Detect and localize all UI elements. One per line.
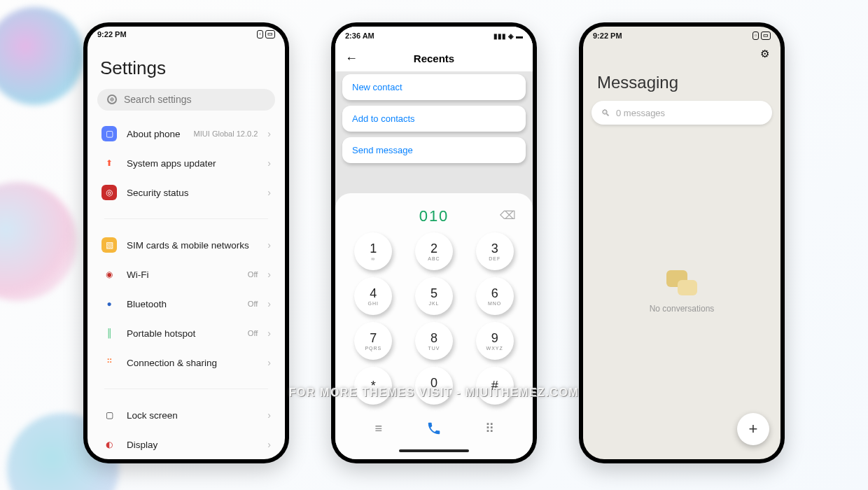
item-label: SIM cards & mobile networks [127, 240, 258, 251]
updater-icon: ⬆ [102, 155, 117, 171]
item-connection-sharing[interactable]: ⠛ Connection & sharing › [92, 348, 281, 377]
item-label: Security status [127, 188, 258, 198]
status-bar: 9:22 PM ▫ ▭ [88, 27, 285, 42]
chevron-right-icon: › [267, 158, 271, 169]
about-icon: ▢ [102, 126, 117, 141]
chevron-right-icon: › [267, 357, 271, 368]
search-input[interactable]: Search settings [97, 89, 275, 111]
action-add-to-contacts[interactable]: Add to contacts [342, 106, 526, 132]
status-icons: ▫ ▭ [752, 31, 771, 40]
page-title: Messaging [583, 63, 780, 101]
key-star[interactable]: * [354, 367, 392, 405]
chevron-right-icon: › [267, 410, 271, 421]
key-7[interactable]: 7PQRS [354, 322, 392, 360]
item-label: Portable hotspot [127, 328, 238, 339]
header-title: Recents [414, 52, 454, 64]
settings-list: ▢ About phone MIUI Global 12.0.2 › ⬆ Sys… [88, 119, 285, 459]
phone-messaging: 9:22 PM ▫ ▭ ⚙ Messaging 🔍︎ 0 messages No [579, 22, 785, 463]
chevron-right-icon: › [267, 239, 271, 251]
chevron-right-icon: › [267, 328, 271, 339]
wifi-icon: ◈ [508, 32, 514, 40]
home-indicator[interactable] [399, 449, 469, 452]
search-input[interactable]: 🔍︎ 0 messages [592, 101, 772, 125]
item-system-apps-updater[interactable]: ⬆ System apps updater › [92, 148, 281, 178]
item-meta: Off [248, 270, 258, 279]
compose-button[interactable]: + [737, 413, 769, 445]
header: ← Recents [335, 45, 533, 71]
call-button[interactable] [419, 413, 449, 444]
search-placeholder: Search settings [124, 94, 192, 105]
battery-icon: ▬ [516, 32, 523, 40]
search-icon [107, 94, 117, 104]
chevron-right-icon: › [267, 439, 271, 450]
empty-text: No conversations [650, 304, 715, 314]
key-4[interactable]: 4GHI [354, 277, 392, 315]
chevron-right-icon: › [267, 269, 271, 280]
sharing-icon: ⠛ [102, 355, 117, 370]
signal-icon: ▮▮▮ [493, 32, 506, 40]
status-time: 9:22 PM [97, 30, 127, 38]
item-meta: Off [248, 300, 258, 308]
item-lock-screen[interactable]: ▢ Lock screen › [92, 400, 281, 430]
battery-icon: ▭ [265, 30, 275, 38]
key-1[interactable]: 1∞ [354, 232, 392, 270]
status-icons: ▫ ▭ [257, 30, 275, 38]
item-bluetooth[interactable]: ● Bluetooth Off › [92, 289, 281, 318]
chevron-right-icon: › [267, 128, 271, 139]
sim-icon: ▧ [102, 237, 117, 253]
chevron-right-icon: › [267, 298, 271, 309]
item-label: System apps updater [127, 158, 258, 169]
chevron-right-icon: › [267, 187, 271, 198]
item-display[interactable]: ◐ Display › [92, 430, 281, 459]
sim-icon: ▫ [257, 30, 263, 38]
item-label: About phone [127, 129, 184, 139]
item-security-status[interactable]: ◎ Security status › [92, 178, 281, 207]
item-wifi[interactable]: ◉ Wi-Fi Off › [92, 260, 281, 289]
key-3[interactable]: 3DEF [476, 232, 514, 270]
hotspot-icon: ║ [102, 326, 117, 341]
item-about-phone[interactable]: ▢ About phone MIUI Global 12.0.2 › [92, 119, 281, 148]
item-meta: Off [248, 329, 258, 337]
key-8[interactable]: 8TUV [415, 322, 453, 360]
backspace-button[interactable]: ⌫ [500, 209, 516, 222]
item-label: Bluetooth [127, 299, 238, 309]
back-button[interactable]: ← [345, 51, 358, 66]
key-0[interactable]: 0+ [415, 367, 453, 405]
status-bar: 9:22 PM ▫ ▭ [583, 27, 780, 45]
settings-button[interactable]: ⚙ [760, 48, 769, 60]
chat-icon [666, 270, 697, 295]
item-sim-cards[interactable]: ▧ SIM cards & mobile networks › [92, 230, 281, 260]
key-6[interactable]: 6MNO [476, 277, 514, 315]
key-5[interactable]: 5JKL [415, 277, 453, 315]
action-new-contact[interactable]: New contact [342, 74, 526, 100]
dial-number: 010 [419, 207, 449, 225]
key-9[interactable]: 9WXYZ [476, 322, 514, 360]
item-hotspot[interactable]: ║ Portable hotspot Off › [92, 318, 281, 348]
item-meta: MIUI Global 12.0.2 [194, 130, 258, 138]
action-send-message[interactable]: Send message [342, 137, 526, 163]
wifi-icon: ◉ [102, 267, 117, 282]
menu-icon[interactable]: ≡ [363, 421, 394, 436]
status-time: 2:36 AM [345, 31, 374, 40]
dial-display: 010 ⌫ [345, 203, 523, 232]
key-hash[interactable]: # [476, 367, 514, 405]
search-placeholder: 0 messages [616, 108, 665, 118]
key-2[interactable]: 2ABC [415, 232, 453, 270]
status-icons: ▮▮▮ ◈ ▬ [493, 32, 523, 40]
item-label: Lock screen [127, 410, 258, 421]
search-icon: 🔍︎ [601, 108, 610, 118]
lock-icon: ▢ [102, 407, 117, 423]
item-label: Connection & sharing [127, 358, 258, 368]
security-icon: ◎ [102, 185, 117, 200]
phone-settings: 9:22 PM ▫ ▭ Settings Search settings ▢ A… [83, 22, 289, 463]
display-icon: ◐ [102, 437, 117, 452]
dialpad-icon[interactable]: ⠿ [474, 421, 505, 436]
item-label: Display [127, 440, 258, 450]
status-bar: 2:36 AM ▮▮▮ ◈ ▬ [335, 27, 533, 45]
bluetooth-icon: ● [102, 296, 117, 312]
battery-icon: ▭ [761, 31, 771, 40]
item-label: Wi-Fi [127, 270, 238, 280]
sim-icon: ▫ [752, 31, 759, 40]
phone-dialer: 2:36 AM ▮▮▮ ◈ ▬ ← Recents New contact Ad… [331, 22, 537, 463]
page-title: Settings [88, 42, 285, 89]
